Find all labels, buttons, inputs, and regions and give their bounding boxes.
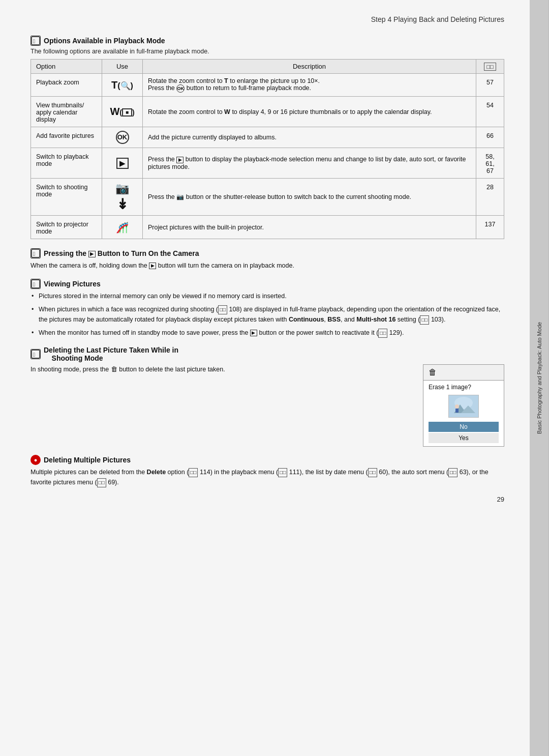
table-row: Playback zoom T(🔍) Rotate the zoom contr… xyxy=(31,74,504,97)
erase-dialog-body: Erase 1 image? xyxy=(423,381,504,446)
page-header-text: Step 4 Playing Back and Deleting Picture… xyxy=(371,15,504,23)
section-options-title: ​𝏳 Options Available in Playback Mode xyxy=(30,36,504,46)
section-multiple-label: Deleting Multiple Pictures xyxy=(44,456,131,464)
trash-icon: 🗑 xyxy=(429,368,437,377)
erase-label: Erase 1 image? xyxy=(429,384,499,391)
ref-favorite: 66 xyxy=(476,127,504,148)
col-option: Option xyxy=(31,60,102,74)
table-row: Switch to projectormode 🎢 Project pictur… xyxy=(31,216,504,239)
desc-thumbnails: Rotate the zoom control to W to display … xyxy=(143,97,476,127)
section-deleting: 𝏳 Deleting the Last Picture Taken While … xyxy=(30,346,504,447)
deleting-text: In shooting mode, press the 🗑 button to … xyxy=(30,364,413,447)
viewing-bullet-2: When pictures in which a face was recogn… xyxy=(30,304,504,325)
viewing-bullets: Pictures stored in the internal memory c… xyxy=(30,291,504,338)
table-row: Switch to shooting mode 📷 ↡ Press the 📷 … xyxy=(31,179,504,216)
col-ref: □□ xyxy=(476,60,504,74)
svg-text:𝏳: 𝏳 xyxy=(33,352,35,358)
use-projector: 🎢 xyxy=(102,216,143,239)
erase-no-option[interactable]: No xyxy=(429,422,499,432)
section-viewing-label: Viewing Pictures xyxy=(44,280,101,288)
viewing-bullet-3: When the monitor has turned off in stand… xyxy=(30,328,504,338)
section-multiple-body: Multiple pictures can be deleted from th… xyxy=(30,467,504,487)
desc-playback-zoom: Rotate the zoom control to T to enlarge … xyxy=(143,74,476,97)
use-thumbnails: W(■) xyxy=(102,97,143,127)
svg-text:𝏳: 𝏳 xyxy=(33,251,35,257)
options-table: Option Use Description □□ Playback zoom … xyxy=(30,59,504,239)
option-playback-zoom: Playback zoom xyxy=(31,74,102,97)
table-row: Add favorite pictures OK Add the picture… xyxy=(31,127,504,148)
use-playback-mode: ▶ xyxy=(102,148,143,179)
erase-yes-option[interactable]: Yes xyxy=(429,433,499,443)
right-tab: Basic Photography and Playback: Auto Mod… xyxy=(530,0,549,756)
deleting-two-col: In shooting mode, press the 🗑 button to … xyxy=(30,364,504,447)
use-shooting-mode: 📷 ↡ xyxy=(102,179,143,216)
section-viewing: 𝏳 Viewing Pictures Pictures stored in th… xyxy=(30,279,504,338)
desc-favorite: Add the picture currently displayed to a… xyxy=(143,127,476,148)
note-icon: ​𝏳 xyxy=(30,36,41,46)
section-multiple: ● Deleting Multiple Pictures Multiple pi… xyxy=(30,455,504,487)
table-row: View thumbnails/apply calendar display W… xyxy=(31,97,504,127)
option-shooting-mode: Switch to shooting mode xyxy=(31,179,102,216)
col-use: Use xyxy=(102,60,143,74)
svg-point-12 xyxy=(455,404,459,409)
section-multiple-title: ● Deleting Multiple Pictures xyxy=(30,455,504,465)
section-deleting-label: Deleting the Last Picture Taken While in… xyxy=(44,346,178,362)
section-pressing-body: When the camera is off, holding down the… xyxy=(30,260,504,271)
option-thumbnails: View thumbnails/apply calendar display xyxy=(31,97,102,127)
section-viewing-title: 𝏳 Viewing Pictures xyxy=(30,279,504,289)
use-playback-zoom: T(🔍) xyxy=(102,74,143,97)
table-row: Switch to playback mode ▶ Press the ▶ bu… xyxy=(31,148,504,179)
page-header: Step 4 Playing Back and Deleting Picture… xyxy=(30,15,504,26)
deleting-body: In shooting mode, press the 🗑 button to … xyxy=(30,364,413,375)
section-options-label: Options Available in Playback Mode xyxy=(44,37,165,45)
col-description: Description xyxy=(143,60,476,74)
option-favorite: Add favorite pictures xyxy=(31,127,102,148)
section-pressing-title: ​𝏳 Pressing the ▶ Button to Turn On the … xyxy=(30,248,504,258)
desc-playback-mode: Press the ▶ button to display the playba… xyxy=(143,148,476,179)
use-favorite: OK xyxy=(102,127,143,148)
ref-shooting-mode: 28 xyxy=(476,179,504,216)
section-options: ​𝏳 Options Available in Playback Mode Th… xyxy=(30,36,504,239)
section-pressing: ​𝏳 Pressing the ▶ Button to Turn On the … xyxy=(30,248,504,271)
desc-shooting-mode: Press the 📷 button or the shutter-releas… xyxy=(143,179,476,216)
ref-thumbnails: 54 xyxy=(476,97,504,127)
section-deleting-title: 𝏳 Deleting the Last Picture Taken While … xyxy=(30,346,504,362)
section-pressing-label: Pressing the ▶ Button to Turn On the Cam… xyxy=(44,249,199,257)
svg-rect-13 xyxy=(455,409,459,413)
erase-dialog: 🗑 Erase 1 image? xyxy=(423,364,504,447)
section-options-subtitle: The following options are available in f… xyxy=(30,48,504,55)
desc-projector: Project pictures with the built-in proje… xyxy=(143,216,476,239)
option-projector: Switch to projectormode xyxy=(31,216,102,239)
viewing-bullet-1: Pictures stored in the internal memory c… xyxy=(30,291,504,301)
right-tab-text: Basic Photography and Playback: Auto Mod… xyxy=(536,322,542,434)
ref-playback-zoom: 57 xyxy=(476,74,504,97)
erase-menu: No Yes xyxy=(429,422,499,443)
erase-thumb xyxy=(448,395,479,418)
page-number: 29 xyxy=(30,496,504,503)
erase-dialog-top: 🗑 xyxy=(423,365,504,381)
ref-projector: 137 xyxy=(476,216,504,239)
svg-text:𝏳: 𝏳 xyxy=(33,281,35,287)
svg-text:𝏳: 𝏳 xyxy=(33,38,35,44)
option-playback-mode: Switch to playback mode xyxy=(31,148,102,179)
ref-playback-mode: 58, 61,67 xyxy=(476,148,504,179)
